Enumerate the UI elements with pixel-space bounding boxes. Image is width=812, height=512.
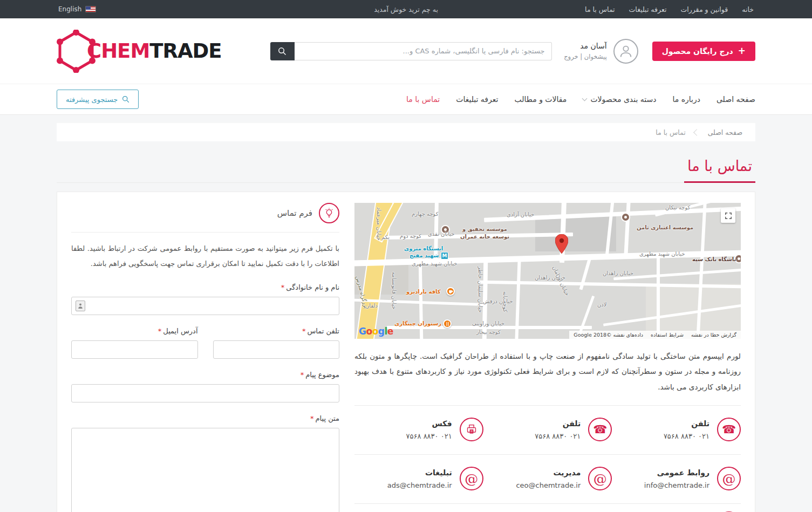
phone-field[interactable] <box>213 340 340 359</box>
nav-item-ad-rates[interactable]: تعرفه تبلیغات <box>456 95 498 104</box>
map-label: خیابان وراوینی <box>472 320 504 326</box>
breadcrumb: صفحه اصلی تماس با ما <box>57 123 755 141</box>
contact-email[interactable]: info@chemtrade.ir <box>644 481 709 489</box>
nav-item-articles[interactable]: مقالات و مطالب <box>514 95 567 104</box>
contact-card-icon <box>76 301 85 311</box>
map-attribution: گزارش خطا در نقشه شرایط استفاده داده‌های… <box>569 331 741 339</box>
nav-item-about[interactable]: درباره ما <box>672 95 700 104</box>
contact-title: فکس <box>406 419 452 428</box>
map-label: کوچه چهارم <box>412 211 439 217</box>
logo[interactable]: CHEMTRADE <box>57 30 222 73</box>
chevron-down-icon <box>582 95 588 101</box>
nav-item-categories[interactable]: دسته بندی محصولات <box>583 95 656 104</box>
contact-item-advertising: @ تبلیغات ads@chemtrade.ir <box>354 467 483 490</box>
email-field-group: آدرس ایمیل* <box>71 315 198 359</box>
contact-item-public-relations: @ روابط عمومی info@chemtrade.ir <box>612 467 741 490</box>
map-label: خیابان میرعماد <box>376 207 382 241</box>
topbar-link-contact[interactable]: تماس با ما <box>585 5 615 13</box>
add-product-button[interactable]: + درج رایگان محصول <box>652 42 755 61</box>
map-label: توسعه خانه عمران <box>460 234 509 240</box>
map-label: خیابان درفش <box>483 298 513 304</box>
map-label: موسسه اعتباری ثامن <box>637 224 693 230</box>
search-button[interactable] <box>270 42 295 60</box>
phone-icon: ☎ <box>717 418 741 441</box>
subject-field[interactable] <box>71 384 339 402</box>
name-field[interactable] <box>71 297 339 315</box>
map-label: خیابان سلیمان خاطر <box>477 267 483 312</box>
map-label: خیابان آزادی <box>507 211 534 217</box>
advanced-search-button[interactable]: جستجوی پیشرفته <box>57 90 139 109</box>
header: CHEMTRADE آسان مد پیشخوان | خروج + درج ر… <box>0 18 812 84</box>
topbar-link-ad-rates[interactable]: تعرفه تبلیغات <box>629 5 667 13</box>
at-sign-icon: @ <box>717 467 741 490</box>
contact-value: ۰۲۱ ۸۸۳۰ ۷۵۶۸ <box>406 432 452 440</box>
breadcrumb-home[interactable]: صفحه اصلی <box>708 128 742 136</box>
google-map[interactable]: M کوچه نیکانخیابان آزادیموسسه اعتباری ثا… <box>354 203 741 339</box>
street <box>624 203 630 257</box>
map-label: باشگاه بانک سپه <box>692 256 736 262</box>
map-column: M کوچه نیکانخیابان آزادیموسسه اعتباری ثا… <box>354 203 741 512</box>
google-logo[interactable]: Google <box>359 326 393 337</box>
add-product-label: درج رایگان محصول <box>662 47 733 56</box>
topbar-link-rules[interactable]: قوانین و مقررات <box>680 5 728 13</box>
advanced-search-label: جستجوی پیشرفته <box>66 95 118 104</box>
search-icon <box>122 95 129 103</box>
map-label: خیابان شهید مطهری <box>412 261 458 267</box>
search-input[interactable] <box>295 42 552 60</box>
contact-value: ۰۲۱ ۸۸۳۰ ۷۵۶۸ <box>535 432 581 440</box>
subject-label: موضوع پیام* <box>71 371 339 379</box>
person-icon <box>618 44 633 59</box>
map-label: کوچه بیجار <box>476 329 501 335</box>
map-label: کوچه دوم <box>400 233 421 239</box>
name-label: نام و نام خانوادگی* <box>71 283 339 291</box>
nav-item-home[interactable]: صفحه اصلی <box>717 95 755 104</box>
poi-bank-dot-icon <box>622 214 629 221</box>
map-terms-link[interactable]: شرایط استفاده <box>651 332 684 338</box>
map-label: کوچه نیکان <box>665 204 690 210</box>
map-copyright: داده‌های نقشه ©2018 Google <box>574 332 643 338</box>
poi-club-dot-icon <box>735 255 741 262</box>
email-label: آدرس ایمیل* <box>71 327 198 335</box>
nav-item-contact[interactable]: تماس با ما <box>406 95 440 104</box>
contact-title: روابط عمومی <box>644 468 709 477</box>
form-header: فرم تماس <box>71 203 339 233</box>
fullscreen-button[interactable] <box>721 208 735 223</box>
user-name: آسان مد <box>564 42 607 50</box>
us-flag-icon <box>85 6 96 12</box>
map-label: خیابان نقدی <box>428 231 455 237</box>
page-title: تماس با ما <box>684 158 755 183</box>
topbar-link-home[interactable]: خانه <box>742 5 754 13</box>
at-sign-icon: @ <box>460 467 483 490</box>
phone-field-group: تلفن تماس* <box>213 315 340 359</box>
main-nav: صفحه اصلی درباره ما دسته بندی محصولات مق… <box>0 84 812 115</box>
at-sign-icon: @ <box>588 467 612 490</box>
logo-text: CHEMTRADE <box>87 39 222 63</box>
topbar-links: خانه قوانین و مقررات تعرفه تبلیغات تماس … <box>585 5 754 13</box>
email-field[interactable] <box>71 340 198 359</box>
phone-label: تلفن تماس* <box>213 327 340 335</box>
contact-email[interactable]: ceo@chemtrade.ir <box>516 481 581 489</box>
search-icon <box>278 47 286 56</box>
welcome-text: به چم ترید خوش آمدید <box>374 5 438 13</box>
contact-title: تلفن <box>664 419 709 428</box>
form-title: فرم تماس <box>277 208 312 218</box>
cafe-icon <box>446 287 455 296</box>
map-label: خیابان شهید مطهری <box>639 251 685 257</box>
map-label: خیابان راهدان <box>603 270 633 276</box>
user-dashboard-logout-links[interactable]: پیشخوان | خروج <box>564 53 607 60</box>
content-area: صفحه اصلی تماس با ما تماس با ما <box>0 115 812 512</box>
message-field[interactable] <box>71 428 339 512</box>
avatar[interactable] <box>613 39 638 64</box>
language-switcher[interactable]: English <box>58 5 96 13</box>
map-label: شهید مفتح <box>410 252 439 258</box>
contact-title: تبلیغات <box>387 468 452 477</box>
user-info: آسان مد پیشخوان | خروج <box>564 42 607 60</box>
map-report-error-link[interactable]: گزارش خطا در نقشه <box>691 332 736 338</box>
message-label: متن پیام* <box>71 414 339 422</box>
breadcrumb-current: تماس با ما <box>656 128 686 136</box>
contact-email[interactable]: ads@chemtrade.ir <box>387 481 452 489</box>
map-pin-icon[interactable] <box>555 234 568 256</box>
plus-icon: + <box>738 46 746 56</box>
contact-item-management: @ مدیریت ceo@chemtrade.ir <box>483 467 612 490</box>
map-label: خیابان قابوسنامه <box>391 272 397 310</box>
